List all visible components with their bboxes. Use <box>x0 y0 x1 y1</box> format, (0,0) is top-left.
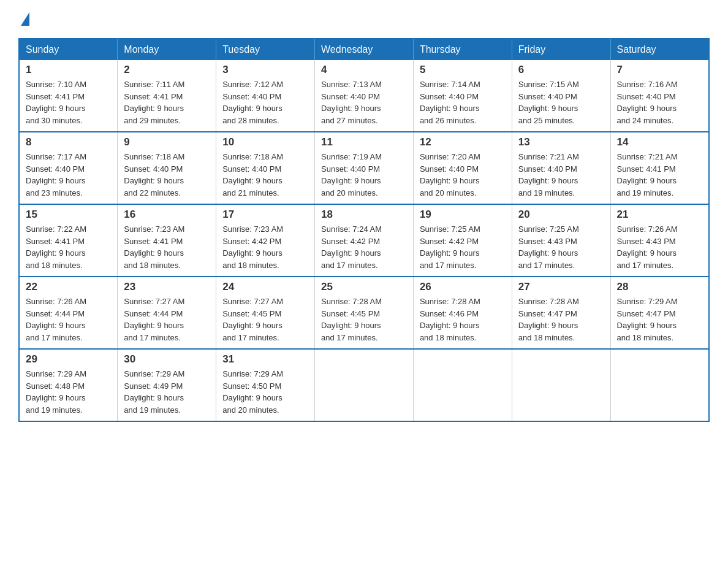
day-number: 30 <box>124 353 210 366</box>
day-number: 19 <box>420 209 506 221</box>
logo-general-text <box>18 12 29 26</box>
day-info: Sunrise: 7:27 AM Sunset: 4:44 PM Dayligh… <box>124 297 184 342</box>
table-row: 7 Sunrise: 7:16 AM Sunset: 4:40 PM Dayli… <box>610 60 709 132</box>
table-row: 8 Sunrise: 7:17 AM Sunset: 4:40 PM Dayli… <box>19 132 118 204</box>
day-number: 10 <box>222 136 308 148</box>
table-row: 27 Sunrise: 7:28 AM Sunset: 4:47 PM Dayl… <box>512 277 610 349</box>
day-number: 26 <box>420 281 506 293</box>
day-info: Sunrise: 7:16 AM Sunset: 4:40 PM Dayligh… <box>617 80 678 125</box>
col-thursday: Thursday <box>413 39 512 60</box>
table-row: 23 Sunrise: 7:27 AM Sunset: 4:44 PM Dayl… <box>118 277 216 349</box>
day-info: Sunrise: 7:26 AM Sunset: 4:43 PM Dayligh… <box>617 224 678 270</box>
day-info: Sunrise: 7:19 AM Sunset: 4:40 PM Dayligh… <box>321 152 382 197</box>
day-number: 28 <box>617 281 702 293</box>
table-row: 2 Sunrise: 7:11 AM Sunset: 4:41 PM Dayli… <box>118 60 216 132</box>
calendar-week-row: 29 Sunrise: 7:29 AM Sunset: 4:48 PM Dayl… <box>19 349 709 421</box>
day-info: Sunrise: 7:28 AM Sunset: 4:46 PM Dayligh… <box>420 297 480 342</box>
table-row: 20 Sunrise: 7:25 AM Sunset: 4:43 PM Dayl… <box>512 204 610 277</box>
calendar-table: Sunday Monday Tuesday Wednesday Thursday… <box>18 38 710 422</box>
table-row: 29 Sunrise: 7:29 AM Sunset: 4:48 PM Dayl… <box>19 349 118 421</box>
day-info: Sunrise: 7:14 AM Sunset: 4:40 PM Dayligh… <box>420 80 480 125</box>
table-row: 19 Sunrise: 7:25 AM Sunset: 4:42 PM Dayl… <box>413 204 512 277</box>
table-row: 17 Sunrise: 7:23 AM Sunset: 4:42 PM Dayl… <box>216 204 315 277</box>
day-number: 18 <box>321 209 407 221</box>
table-row: 16 Sunrise: 7:23 AM Sunset: 4:41 PM Dayl… <box>118 204 216 277</box>
table-row: 24 Sunrise: 7:27 AM Sunset: 4:45 PM Dayl… <box>216 277 315 349</box>
col-monday: Monday <box>118 39 216 60</box>
day-number: 12 <box>420 136 506 148</box>
table-row: 14 Sunrise: 7:21 AM Sunset: 4:41 PM Dayl… <box>610 132 709 204</box>
day-number: 8 <box>26 136 111 148</box>
table-row: 13 Sunrise: 7:21 AM Sunset: 4:40 PM Dayl… <box>512 132 610 204</box>
day-number: 9 <box>124 136 210 148</box>
day-number: 2 <box>124 64 210 76</box>
day-info: Sunrise: 7:12 AM Sunset: 4:40 PM Dayligh… <box>222 80 283 125</box>
day-number: 15 <box>26 209 111 221</box>
day-number: 11 <box>321 136 407 148</box>
day-number: 21 <box>617 209 702 221</box>
day-info: Sunrise: 7:29 AM Sunset: 4:49 PM Dayligh… <box>124 369 184 415</box>
day-number: 22 <box>26 281 111 293</box>
day-number: 6 <box>518 64 604 76</box>
day-info: Sunrise: 7:23 AM Sunset: 4:41 PM Dayligh… <box>124 224 184 270</box>
day-info: Sunrise: 7:18 AM Sunset: 4:40 PM Dayligh… <box>124 152 184 197</box>
day-info: Sunrise: 7:21 AM Sunset: 4:40 PM Dayligh… <box>518 152 579 197</box>
table-row: 4 Sunrise: 7:13 AM Sunset: 4:40 PM Dayli… <box>315 60 414 132</box>
table-row: 25 Sunrise: 7:28 AM Sunset: 4:45 PM Dayl… <box>315 277 414 349</box>
table-row: 10 Sunrise: 7:18 AM Sunset: 4:40 PM Dayl… <box>216 132 315 204</box>
day-info: Sunrise: 7:28 AM Sunset: 4:45 PM Dayligh… <box>321 297 382 342</box>
day-info: Sunrise: 7:29 AM Sunset: 4:47 PM Dayligh… <box>617 297 678 342</box>
table-row: 9 Sunrise: 7:18 AM Sunset: 4:40 PM Dayli… <box>118 132 216 204</box>
logo <box>18 12 29 26</box>
col-tuesday: Tuesday <box>216 39 315 60</box>
day-number: 27 <box>518 281 604 293</box>
col-wednesday: Wednesday <box>315 39 414 60</box>
calendar-week-row: 1 Sunrise: 7:10 AM Sunset: 4:41 PM Dayli… <box>19 60 709 132</box>
day-info: Sunrise: 7:20 AM Sunset: 4:40 PM Dayligh… <box>420 152 480 197</box>
table-row: 12 Sunrise: 7:20 AM Sunset: 4:40 PM Dayl… <box>413 132 512 204</box>
day-info: Sunrise: 7:11 AM Sunset: 4:41 PM Dayligh… <box>124 80 184 125</box>
table-row: 3 Sunrise: 7:12 AM Sunset: 4:40 PM Dayli… <box>216 60 315 132</box>
day-info: Sunrise: 7:23 AM Sunset: 4:42 PM Dayligh… <box>222 224 283 270</box>
day-number: 17 <box>222 209 308 221</box>
table-row <box>512 349 610 421</box>
day-info: Sunrise: 7:29 AM Sunset: 4:50 PM Dayligh… <box>222 369 283 415</box>
day-number: 3 <box>222 64 308 76</box>
calendar-header-row: Sunday Monday Tuesday Wednesday Thursday… <box>19 39 709 60</box>
day-info: Sunrise: 7:29 AM Sunset: 4:48 PM Dayligh… <box>26 369 86 415</box>
day-info: Sunrise: 7:25 AM Sunset: 4:42 PM Dayligh… <box>420 224 480 270</box>
day-number: 24 <box>222 281 308 293</box>
day-number: 5 <box>420 64 506 76</box>
table-row: 22 Sunrise: 7:26 AM Sunset: 4:44 PM Dayl… <box>19 277 118 349</box>
day-info: Sunrise: 7:10 AM Sunset: 4:41 PM Dayligh… <box>26 80 86 125</box>
day-number: 31 <box>222 353 308 366</box>
table-row: 30 Sunrise: 7:29 AM Sunset: 4:49 PM Dayl… <box>118 349 216 421</box>
table-row <box>610 349 709 421</box>
table-row: 31 Sunrise: 7:29 AM Sunset: 4:50 PM Dayl… <box>216 349 315 421</box>
col-friday: Friday <box>512 39 610 60</box>
col-sunday: Sunday <box>19 39 118 60</box>
page-header <box>18 12 710 26</box>
day-number: 7 <box>617 64 702 76</box>
day-number: 1 <box>26 64 111 76</box>
day-number: 14 <box>617 136 702 148</box>
day-info: Sunrise: 7:24 AM Sunset: 4:42 PM Dayligh… <box>321 224 382 270</box>
day-info: Sunrise: 7:15 AM Sunset: 4:40 PM Dayligh… <box>518 80 579 125</box>
day-number: 25 <box>321 281 407 293</box>
table-row <box>413 349 512 421</box>
logo-triangle-icon <box>21 12 29 26</box>
table-row: 28 Sunrise: 7:29 AM Sunset: 4:47 PM Dayl… <box>610 277 709 349</box>
table-row: 1 Sunrise: 7:10 AM Sunset: 4:41 PM Dayli… <box>19 60 118 132</box>
table-row: 26 Sunrise: 7:28 AM Sunset: 4:46 PM Dayl… <box>413 277 512 349</box>
table-row <box>315 349 414 421</box>
table-row: 6 Sunrise: 7:15 AM Sunset: 4:40 PM Dayli… <box>512 60 610 132</box>
day-info: Sunrise: 7:25 AM Sunset: 4:43 PM Dayligh… <box>518 224 579 270</box>
day-number: 4 <box>321 64 407 76</box>
day-info: Sunrise: 7:27 AM Sunset: 4:45 PM Dayligh… <box>222 297 283 342</box>
table-row: 21 Sunrise: 7:26 AM Sunset: 4:43 PM Dayl… <box>610 204 709 277</box>
day-info: Sunrise: 7:17 AM Sunset: 4:40 PM Dayligh… <box>26 152 86 197</box>
table-row: 15 Sunrise: 7:22 AM Sunset: 4:41 PM Dayl… <box>19 204 118 277</box>
day-info: Sunrise: 7:18 AM Sunset: 4:40 PM Dayligh… <box>222 152 283 197</box>
day-info: Sunrise: 7:13 AM Sunset: 4:40 PM Dayligh… <box>321 80 382 125</box>
day-info: Sunrise: 7:21 AM Sunset: 4:41 PM Dayligh… <box>617 152 678 197</box>
